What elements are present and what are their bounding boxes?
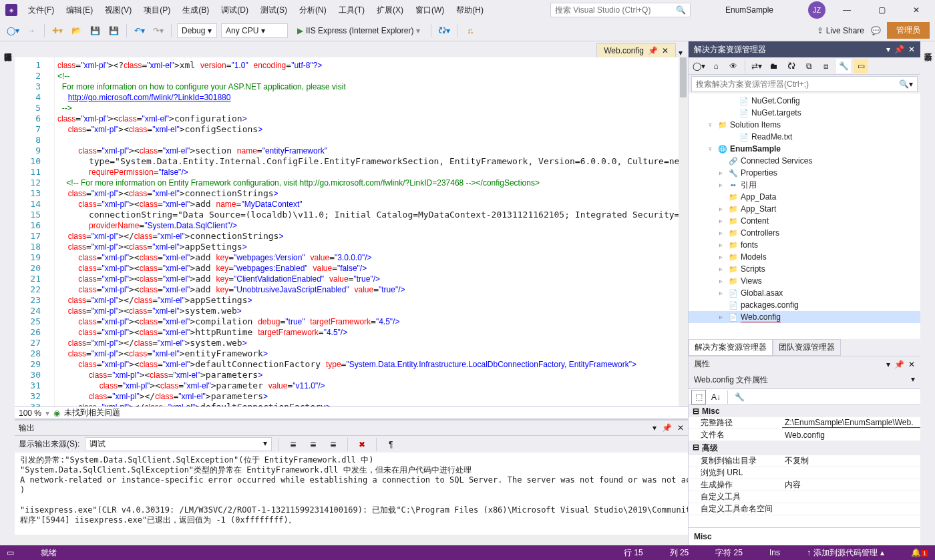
menu-视图(V)[interactable]: 视图(V) <box>102 3 134 17</box>
save-all-button[interactable]: 💾 <box>106 23 121 38</box>
menu-帮助(H)[interactable]: 帮助(H) <box>453 3 486 17</box>
tree-item-Solution Items[interactable]: ▿📁Solution Items <box>689 119 920 131</box>
status-source-control[interactable]: ↑ 添加到源代码管理 ▴ <box>807 547 884 559</box>
platform-combo[interactable]: Any CPU▾ <box>221 23 288 38</box>
solution-search-input[interactable] <box>696 79 899 89</box>
tree-item-ReadMe.txt[interactable]: 📄ReadMe.txt <box>689 131 920 143</box>
code-area[interactable]: class="xml-pl"><?class="xml-el">xml vers… <box>55 57 679 406</box>
tree-item-Connected Services[interactable]: 🔗Connected Services <box>689 155 920 167</box>
menu-编辑(E)[interactable]: 编辑(E) <box>63 3 96 17</box>
feedback-button[interactable]: 💬 <box>868 23 883 38</box>
props-close-icon[interactable]: ✕ <box>908 360 915 369</box>
props-v-fullpath[interactable]: Z:\EnumSample\EnumSample\Web. <box>782 418 920 428</box>
menu-工具(T)[interactable]: 工具(T) <box>336 3 367 17</box>
global-search[interactable]: 🔍 <box>550 3 691 17</box>
run-button[interactable]: ▶IIS Express (Internet Explorer)▾ <box>292 23 425 38</box>
se-back-icon[interactable]: ◯▾ <box>691 59 706 73</box>
refresh-button[interactable]: 🗘▾ <box>437 23 451 38</box>
editor-tab-webconfig[interactable]: Web.config 📌 ✕ <box>596 43 676 57</box>
se-scope-icon[interactable]: ⇄▾ <box>749 59 764 73</box>
tree-item-NuGet.targets[interactable]: 📄NuGet.targets <box>689 107 920 119</box>
se-showall-icon[interactable]: ⧈ <box>819 59 833 73</box>
props-object[interactable]: Web.config 文件属性▾ <box>689 372 920 389</box>
tree-item-Content[interactable]: ▹📁Content <box>689 215 920 227</box>
step-button[interactable]: ⎌ <box>463 23 478 38</box>
tree-item-NuGet.Config[interactable]: 📄NuGet.Config <box>689 95 920 107</box>
tree-item-fonts[interactable]: ▹📁fonts <box>689 239 920 251</box>
se-props-icon[interactable]: 🔧 <box>836 59 851 73</box>
forward-button[interactable]: → <box>24 23 39 38</box>
props-cat-advanced[interactable]: ⊟高级 <box>689 441 920 455</box>
props-wrench-icon[interactable]: 🔧 <box>732 390 747 404</box>
code-editor[interactable]: 1234567891011121314151617181920212223242… <box>15 57 688 406</box>
output-dropdown-icon[interactable]: ▾ <box>652 423 657 433</box>
props-cat-misc[interactable]: ⊟Misc <box>689 405 920 417</box>
output-text[interactable]: 引发的异常:"System.Data.SqlClient.SqlExceptio… <box>15 453 688 535</box>
undo-button[interactable]: ↶▾ <box>132 23 147 38</box>
tree-item-App_Data[interactable]: 📁App_Data <box>689 191 920 203</box>
props-alpha-icon[interactable]: A↓ <box>709 390 723 404</box>
solution-tree[interactable]: 📄NuGet.Config📄NuGet.targets▿📁Solution It… <box>689 93 920 339</box>
user-avatar[interactable]: JZ <box>808 1 825 19</box>
back-button[interactable]: ◯▾ <box>5 23 20 38</box>
menu-生成(B)[interactable]: 生成(B) <box>180 3 212 17</box>
out-wrap-icon[interactable]: ¶ <box>383 437 398 452</box>
props-v-filename[interactable]: Web.config <box>782 431 920 440</box>
tree-item-Global.asax[interactable]: ▹📄Global.asax <box>689 287 920 299</box>
props-v-build[interactable]: 内容 <box>782 479 920 491</box>
out-btn-3[interactable]: ≣ <box>326 437 341 452</box>
right-tool-rail[interactable]: 诊断工具 <box>920 41 935 545</box>
out-btn-1[interactable]: ≣ <box>286 437 301 452</box>
tree-item-packages.config[interactable]: 📄packages.config <box>689 299 920 311</box>
props-options-icon[interactable]: ▾ <box>886 360 890 369</box>
tab-solution-explorer[interactable]: 解决方案资源管理器 <box>689 339 773 356</box>
editor-scrollbar[interactable] <box>679 57 688 406</box>
menu-扩展(X)[interactable]: 扩展(X) <box>374 3 406 17</box>
solution-search[interactable]: 🔍▾ <box>691 76 918 92</box>
close-button[interactable]: ✕ <box>903 1 930 19</box>
maximize-button[interactable]: ▢ <box>868 1 895 19</box>
tree-item-EnumSample[interactable]: ▿🌐EnumSample <box>689 143 920 155</box>
props-v-copy[interactable]: 不复制 <box>782 455 920 467</box>
se-pin-icon[interactable]: 📌 <box>894 45 904 54</box>
menu-项目(P)[interactable]: 项目(P) <box>141 3 173 17</box>
server-explorer-tab[interactable]: 服务器资源管理器 <box>2 47 13 540</box>
se-collapse-icon[interactable]: ⧉ <box>801 59 816 73</box>
left-tool-rail[interactable]: 服务器资源管理器 工具箱 <box>0 41 15 545</box>
notification-bell-icon[interactable]: 🔔1 <box>911 548 928 557</box>
output-close-icon[interactable]: ✕ <box>677 423 684 433</box>
se-home-icon[interactable]: ⌂ <box>709 59 723 73</box>
output-pin-icon[interactable]: 📌 <box>662 423 672 433</box>
output-scrollbar[interactable] <box>15 535 688 545</box>
menu-分析(N)[interactable]: 分析(N) <box>297 3 329 17</box>
tree-item-引用[interactable]: ▹•▪引用 <box>689 179 920 191</box>
tree-item-Properties[interactable]: ▹🔧Properties <box>689 167 920 179</box>
se-close-icon[interactable]: ✕ <box>908 45 915 54</box>
tab-overflow-icon[interactable]: ▾ <box>676 48 685 57</box>
output-source-combo[interactable]: 调试▾ <box>85 437 272 451</box>
close-tab-icon[interactable]: ✕ <box>662 46 669 55</box>
diagnostics-tab[interactable]: 诊断工具 <box>922 47 934 540</box>
open-button[interactable]: 📂 <box>69 23 83 38</box>
tree-item-Scripts[interactable]: ▹📁Scripts <box>689 263 920 275</box>
props-pin-icon[interactable]: 📌 <box>894 360 904 369</box>
tree-item-Views[interactable]: ▹📁Views <box>689 275 920 287</box>
save-button[interactable]: 💾 <box>87 23 102 38</box>
se-tree-icon[interactable]: 🖿 <box>767 59 781 73</box>
se-preview-icon[interactable]: ▭ <box>854 59 868 73</box>
props-categorized-icon[interactable]: ⬚ <box>691 390 706 404</box>
menu-窗口(W)[interactable]: 窗口(W) <box>413 3 447 17</box>
config-combo[interactable]: Debug▾ <box>177 23 217 38</box>
minimize-button[interactable]: — <box>833 1 860 19</box>
menu-测试(S)[interactable]: 测试(S) <box>258 3 290 17</box>
redo-button[interactable]: ↷▾ <box>151 23 166 38</box>
se-sync-icon[interactable]: 👁 <box>726 59 741 73</box>
global-search-input[interactable] <box>555 5 676 15</box>
zoom-level[interactable]: 100 % <box>19 408 41 418</box>
out-clear-icon[interactable]: ✖ <box>355 437 369 452</box>
out-btn-2[interactable]: ≣ <box>306 437 321 452</box>
menu-文件(F)[interactable]: 文件(F) <box>25 3 57 17</box>
live-share-button[interactable]: ⇪Live Share <box>817 26 864 35</box>
se-refresh-icon[interactable]: 🗘 <box>784 59 799 73</box>
menu-调试(D)[interactable]: 调试(D) <box>218 3 251 17</box>
